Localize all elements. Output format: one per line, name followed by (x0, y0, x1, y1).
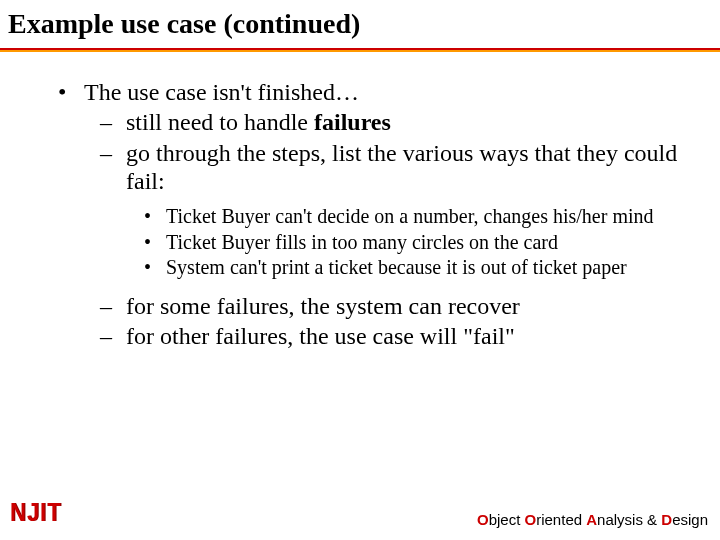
slide-title: Example use case (continued) (8, 8, 360, 40)
bullet-lvl2-fail: for other failures, the use case will "f… (42, 322, 682, 350)
footer-word-1: bject (489, 511, 525, 528)
footer-word-4: esign (672, 511, 708, 528)
underline-orange (0, 50, 720, 52)
footer-word-2: riented (536, 511, 586, 528)
title-underline (0, 48, 720, 52)
content-body: The use case isn't finished… still need … (42, 78, 682, 353)
slide: Example use case (continued) The use cas… (0, 0, 720, 540)
bullet-lvl1: The use case isn't finished… (42, 78, 682, 106)
bullet-lvl3-group: Ticket Buyer can't decide on a number, c… (42, 205, 682, 280)
footer-letter-d: D (661, 511, 672, 528)
bullet-lvl3-b: Ticket Buyer fills in too many circles o… (42, 231, 682, 255)
footer-tagline: Object Oriented Analysis & Design (477, 511, 708, 528)
njit-logo: NJIT (10, 498, 62, 528)
text-bold-failures: failures (314, 109, 391, 135)
text-fragment: still need to handle (126, 109, 314, 135)
bullet-lvl2-steps: go through the steps, list the various w… (42, 139, 682, 196)
footer-word-3: nalysis & (597, 511, 661, 528)
bullet-lvl2-recover: for some failures, the system can recove… (42, 292, 682, 320)
bullet-lvl2-failures: still need to handle failures (42, 108, 682, 136)
footer-letter-o2: O (525, 511, 537, 528)
bullet-lvl3-a: Ticket Buyer can't decide on a number, c… (42, 205, 682, 229)
bullet-lvl3-c: System can't print a ticket because it i… (42, 256, 682, 280)
footer-letter-a: A (586, 511, 597, 528)
footer-letter-o1: O (477, 511, 489, 528)
